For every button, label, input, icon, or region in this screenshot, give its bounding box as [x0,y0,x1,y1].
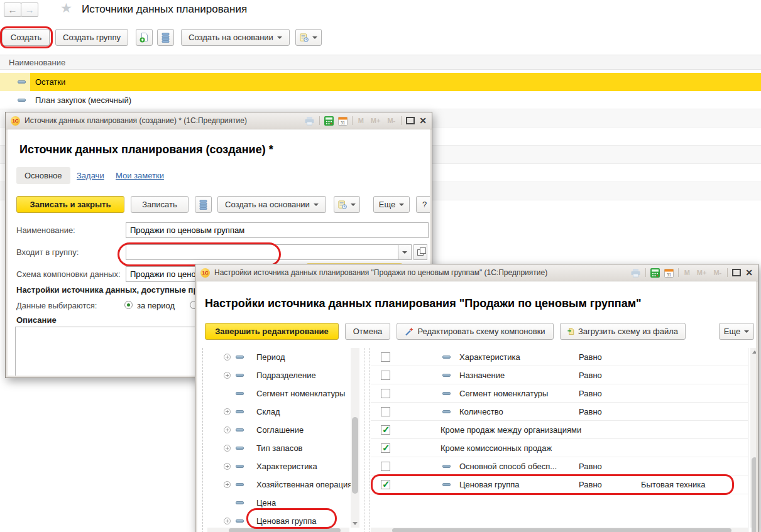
tab-notes[interactable]: Мои заметки [116,167,164,184]
row-separator [371,438,748,439]
conditions-hscrollbar[interactable] [371,528,748,532]
tree-item-operation[interactable]: Хозяйственная операция [205,475,351,494]
create-based-on-button[interactable]: Создать на основании [217,196,326,213]
create-group-button[interactable]: Создать группу [55,29,128,46]
tree-hscrollbar-thumb[interactable] [229,528,341,532]
close-button[interactable]: ✕ [419,116,427,125]
condition-row[interactable]: Кроме продаж между организациями [371,421,748,439]
calendar-icon[interactable]: 31 [338,116,348,126]
tree-item-price[interactable]: Цена [205,494,351,512]
condition-row[interactable]: Характеристика Равно [371,348,748,366]
condition-row[interactable]: Сегмент номенклатуры Равно [371,384,748,403]
create-based-on-button[interactable]: Создать на основании [181,29,290,46]
cancel-button[interactable]: Отмена [345,323,390,340]
checkbox[interactable] [381,462,390,471]
dash-marker-icon [236,410,244,413]
close-button[interactable]: ✕ [745,268,753,277]
condition-label: Количество [459,407,503,416]
group-open-button[interactable] [413,244,427,260]
expand-icon[interactable] [224,372,231,379]
tree-vscrollbar-thumb[interactable] [352,417,358,494]
create-button[interactable]: Создать [3,29,50,46]
forward-button[interactable]: → [21,3,38,17]
load-schema-button[interactable]: Загрузить схему из файла [560,323,686,340]
splitter-line[interactable] [364,348,364,532]
dialog2-titlebar[interactable]: 1С Настройки источника данных планирован… [195,264,758,281]
conditions-hscrollbar-thumb[interactable] [392,528,731,532]
group-field[interactable] [126,244,398,260]
tab-tasks[interactable]: Задачи [77,167,104,184]
calendar-icon[interactable]: 31 [664,268,674,278]
tree-hscrollbar[interactable] [207,528,349,532]
save-and-close-button[interactable]: Записать и закрыть [16,196,124,213]
tree-vscrollbar[interactable] [351,348,359,528]
expand-icon[interactable] [224,445,231,452]
print-icon[interactable] [304,116,315,126]
dialog1-titlebar[interactable]: 1С Источник данных планирования (создани… [6,112,432,129]
list-settings-button[interactable] [157,29,174,46]
tree-item-segment[interactable]: Сегмент номенклатуры [205,384,351,403]
list-row[interactable]: План закупок (месячный) [0,91,761,109]
calculator-icon[interactable] [650,268,660,278]
condition-row[interactable]: Основной способ обесп... Равно [371,457,748,475]
checkbox[interactable] [381,443,390,453]
favorite-star-icon[interactable]: ★ [60,1,72,16]
scroll-down-icon[interactable] [353,522,358,525]
scroll-up-icon[interactable] [752,350,756,354]
expand-icon[interactable] [224,518,231,524]
memory-mminus-button[interactable]: M- [712,269,723,276]
tree-item-warehouse[interactable]: Склад [205,403,351,421]
checkbox[interactable] [381,407,390,416]
calculator-icon[interactable] [324,116,334,126]
radio-period[interactable] [124,301,133,309]
memory-m-button[interactable]: M [357,117,365,124]
checkbox[interactable] [381,352,390,362]
group-choice-button[interactable] [398,244,412,260]
help-button[interactable]: ? [416,196,430,213]
expand-icon[interactable] [224,354,231,361]
print-icon[interactable] [630,268,641,278]
memory-mplus-button[interactable]: M+ [696,269,708,276]
condition-row[interactable]: Кроме комиссионных продаж [371,439,748,457]
create-copy-button[interactable] [136,29,153,46]
dash-marker-icon [442,392,451,395]
edit-composition-schema-button[interactable]: Редактировать схему компоновки [397,323,554,340]
tree-item-characteristic[interactable]: Характеристика [205,457,351,475]
maximize-button[interactable] [732,269,741,276]
expand-icon[interactable] [224,408,231,415]
expand-icon[interactable] [224,481,231,488]
finish-editing-button[interactable]: Завершить редактирование [205,323,339,340]
tab-main[interactable]: Основное [16,167,70,184]
expand-icon[interactable] [224,463,231,470]
back-button[interactable]: ← [4,3,21,17]
condition-row-price-group[interactable]: Ценовая группа Равно Бытовая техника [371,475,748,494]
more-button[interactable]: Еще [373,196,410,213]
splitter-line[interactable] [369,348,370,532]
expand-icon[interactable] [224,426,231,433]
tree-item-department[interactable]: Подразделение [205,366,351,384]
tree-item-period[interactable]: Период [205,348,351,366]
condition-row[interactable]: Количество Равно [371,403,748,421]
save-button[interactable]: Записать [131,196,189,213]
memory-mplus-button[interactable]: M+ [370,117,382,124]
list-row-selected[interactable]: Остатки [0,73,761,91]
tree-item-stock-type[interactable]: Тип запасов [205,439,351,457]
list-column-header[interactable]: Наименование [0,55,761,70]
row-separator [371,475,748,475]
condition-row[interactable]: Назначение Равно [371,366,748,384]
list-settings-button[interactable] [195,196,212,213]
maximize-button[interactable] [406,117,415,124]
memory-m-button[interactable]: M [683,269,691,276]
report-menu-button[interactable] [334,196,360,213]
more-button[interactable]: Еще [719,323,754,340]
checkbox[interactable] [381,480,390,489]
checkbox[interactable] [381,371,390,380]
report-menu-button[interactable] [295,29,322,46]
checkbox[interactable] [381,425,390,435]
conditions-vscrollbar-thumb[interactable] [752,457,756,532]
conditions-vscrollbar[interactable] [750,348,756,528]
checkbox[interactable] [381,389,390,398]
memory-mminus-button[interactable]: M- [386,117,397,124]
tree-item-agreement[interactable]: Соглашение [205,421,351,439]
name-field[interactable] [126,222,429,238]
